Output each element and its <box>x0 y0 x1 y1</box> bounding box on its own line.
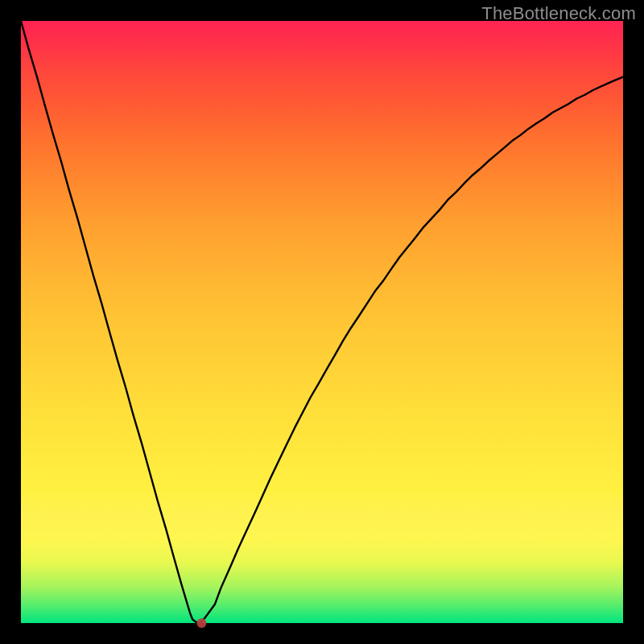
minimum-marker <box>196 618 206 628</box>
plot-area <box>21 21 623 623</box>
bottleneck-curve-svg <box>21 21 623 623</box>
watermark-text: TheBottleneck.com <box>481 3 636 24</box>
bottleneck-curve-path <box>21 21 623 623</box>
chart-frame: TheBottleneck.com <box>0 0 644 644</box>
